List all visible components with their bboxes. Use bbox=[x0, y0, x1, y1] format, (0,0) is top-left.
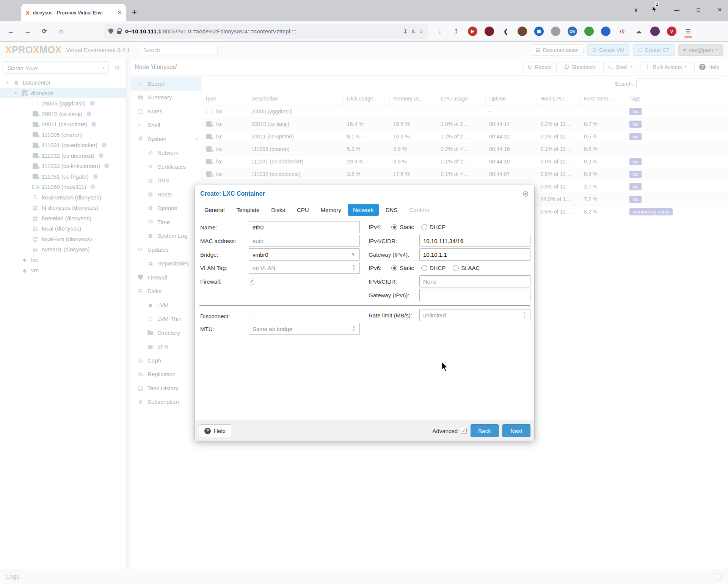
key-icon[interactable] bbox=[125, 30, 128, 33]
home-icon[interactable]: ⌂ bbox=[55, 28, 67, 35]
ext-green-icon[interactable] bbox=[584, 27, 594, 36]
browser-tab[interactable]: X dionysos - Proxmox Virtual Envi ✕ bbox=[21, 4, 126, 21]
gw4-input[interactable] bbox=[419, 248, 530, 261]
iface-name-input[interactable] bbox=[249, 221, 360, 233]
menu-icon[interactable]: ☰ bbox=[684, 27, 693, 36]
firewall-checkbox[interactable]: ✓ bbox=[249, 278, 255, 284]
spinner-icon[interactable]: ∧∨ bbox=[522, 312, 527, 318]
spinner-icon[interactable]: ∧∨ bbox=[351, 264, 356, 270]
ipv6-dhcp-radio[interactable]: DHCP bbox=[421, 265, 446, 271]
url-bar[interactable]: 10.10.111.1:8006/#v1:0:=node%2Fdionysos:… bbox=[104, 24, 428, 39]
dialog-tab-cpu[interactable]: CPU bbox=[292, 204, 314, 216]
lock-icon[interactable] bbox=[117, 31, 121, 34]
bookmark-star-icon[interactable]: ☆ bbox=[419, 28, 424, 35]
dialog-help-button[interactable]: ?Help bbox=[199, 424, 231, 437]
dialog-tab-disks[interactable]: Disks bbox=[266, 204, 290, 216]
dialog-close-icon[interactable]: ⊗ bbox=[522, 189, 529, 198]
rate-input[interactable] bbox=[419, 309, 530, 321]
dialog-tab-general[interactable]: General bbox=[199, 204, 229, 216]
gw6-input[interactable] bbox=[419, 289, 530, 301]
browser-toolbar: ← → ⟳ ⌂ 10.10.111.1:8006/#v1:0:=node%2Fd… bbox=[0, 21, 728, 42]
next-button[interactable]: Next bbox=[502, 424, 530, 437]
proxmox-app: XPROXMOX Virtual Environment 8.4.1 ▤Docu… bbox=[0, 42, 728, 584]
disconnect-checkbox[interactable] bbox=[249, 312, 255, 318]
mouse-cursor bbox=[441, 361, 448, 374]
pointer-badge-icon: 1 bbox=[652, 6, 657, 14]
share-icon[interactable]: ↥ bbox=[452, 27, 461, 36]
chevron-down-icon[interactable]: ∨ bbox=[351, 251, 355, 257]
radio-off-icon bbox=[453, 265, 459, 271]
mac-input[interactable] bbox=[249, 235, 360, 247]
gw6-label: Gateway (IPv6): bbox=[369, 292, 410, 298]
downloads-icon[interactable]: ↓ bbox=[435, 27, 444, 36]
ipv6-mode-radios: IPv6: Static DHCP SLAAC bbox=[369, 265, 480, 271]
radio-off-icon bbox=[421, 265, 427, 271]
rate-label: Rate limit (MB/s): bbox=[369, 312, 412, 319]
ipv4cidr-input[interactable] bbox=[419, 235, 530, 247]
spinner-icon[interactable]: ∧∨ bbox=[351, 325, 356, 331]
firewall-label: Firewall: bbox=[200, 278, 221, 285]
ipv6-slaac-radio[interactable]: SLAAC bbox=[453, 265, 480, 271]
proxmox-favicon-icon: X bbox=[26, 9, 30, 16]
mtu-input[interactable] bbox=[249, 323, 360, 335]
translate-icon[interactable]: A bbox=[411, 28, 415, 35]
ipv4-mode-radios: IPv4: Static DHCP bbox=[369, 224, 446, 230]
ipv4-dhcp-radio[interactable]: DHCP bbox=[421, 224, 446, 230]
tab-title: dionysos - Proxmox Virtual Envi bbox=[33, 10, 114, 16]
dialog-footer: ?Help Advanced ✓ Back Next bbox=[195, 421, 534, 441]
back-icon[interactable]: ← bbox=[5, 28, 17, 35]
question-icon: ? bbox=[204, 428, 211, 434]
tracking-shield-icon[interactable] bbox=[108, 28, 113, 34]
ipv6cidr-label: IPv6/CIDR: bbox=[369, 278, 397, 285]
ipv4cidr-label: IPv4/CIDR: bbox=[369, 238, 397, 244]
dialog-tab-template[interactable]: Template bbox=[231, 204, 264, 216]
back-button[interactable]: Back bbox=[471, 424, 499, 437]
ext-brown-icon[interactable] bbox=[518, 27, 527, 36]
bridge-select[interactable] bbox=[249, 248, 360, 261]
ext-v-icon[interactable]: V bbox=[667, 27, 676, 36]
dialog-tab-confirm: Confirm bbox=[404, 204, 434, 216]
ipv6cidr-input[interactable] bbox=[419, 275, 530, 287]
mac-label: MAC address: bbox=[200, 238, 236, 244]
ext-back-icon[interactable]: ❮ bbox=[501, 27, 510, 36]
ext-blue-icon[interactable] bbox=[601, 27, 610, 36]
maximize-button[interactable]: □ bbox=[697, 7, 700, 13]
tab-strip: X dionysos - Proxmox Virtual Envi ✕ + ∨ … bbox=[0, 0, 728, 21]
dialog-header[interactable]: Create: LXC Container ⊗ bbox=[195, 185, 534, 203]
radio-off-icon bbox=[421, 224, 427, 230]
tab-close-icon[interactable]: ✕ bbox=[118, 10, 121, 15]
advanced-label: Advanced bbox=[432, 428, 458, 434]
tab-list-caret-icon[interactable]: ∨ bbox=[634, 6, 638, 13]
ext-shield-icon[interactable] bbox=[485, 27, 494, 36]
save-page-icon[interactable]: ↧ bbox=[403, 28, 408, 35]
vlan-input[interactable] bbox=[249, 262, 360, 274]
screen: X dionysos - Proxmox Virtual Envi ✕ + ∨ … bbox=[0, 0, 728, 584]
forward-icon[interactable]: → bbox=[22, 28, 33, 35]
name-label: Name: bbox=[200, 224, 217, 231]
power-icon[interactable]: ⊙ bbox=[618, 27, 627, 36]
dialog-tab-dns[interactable]: DNS bbox=[381, 204, 403, 216]
window-controls: ∨ 1 — □ ✕ bbox=[634, 0, 722, 20]
ext-de-icon[interactable]: DE bbox=[568, 27, 577, 36]
minimize-button[interactable]: — bbox=[674, 7, 679, 13]
cloud-icon[interactable]: ☁ bbox=[634, 27, 643, 36]
ipv4-label: IPv4: bbox=[369, 224, 381, 230]
url-text[interactable]: 10.10.111.1:8006/#v1:0:=node%2Fdionysos:… bbox=[132, 28, 399, 35]
advanced-divider bbox=[199, 305, 530, 306]
create-lxc-dialog: Create: LXC Container ⊗ GeneralTemplateD… bbox=[195, 185, 535, 441]
ext-purple-icon[interactable] bbox=[650, 27, 660, 36]
dialog-tab-memory[interactable]: Memory bbox=[316, 204, 346, 216]
close-button[interactable]: ✕ bbox=[717, 7, 722, 13]
radio-on-icon bbox=[391, 265, 397, 271]
reload-icon[interactable]: ⟳ bbox=[39, 27, 50, 35]
ipv4-static-radio[interactable]: Static bbox=[391, 224, 414, 230]
advanced-checkbox[interactable]: ✓ bbox=[461, 428, 467, 434]
ext-grid-icon[interactable]: ▦ bbox=[534, 27, 544, 36]
ext-video-icon[interactable]: ▶ bbox=[468, 27, 477, 36]
cursor-glyph-icon bbox=[652, 6, 657, 13]
browser-chrome: X dionysos - Proxmox Virtual Envi ✕ + ∨ … bbox=[0, 0, 728, 42]
new-tab-button[interactable]: + bbox=[132, 8, 137, 17]
ipv6-static-radio[interactable]: Static bbox=[391, 265, 414, 271]
dialog-tab-network[interactable]: Network bbox=[348, 204, 379, 216]
ext-gray-icon[interactable] bbox=[551, 27, 560, 36]
